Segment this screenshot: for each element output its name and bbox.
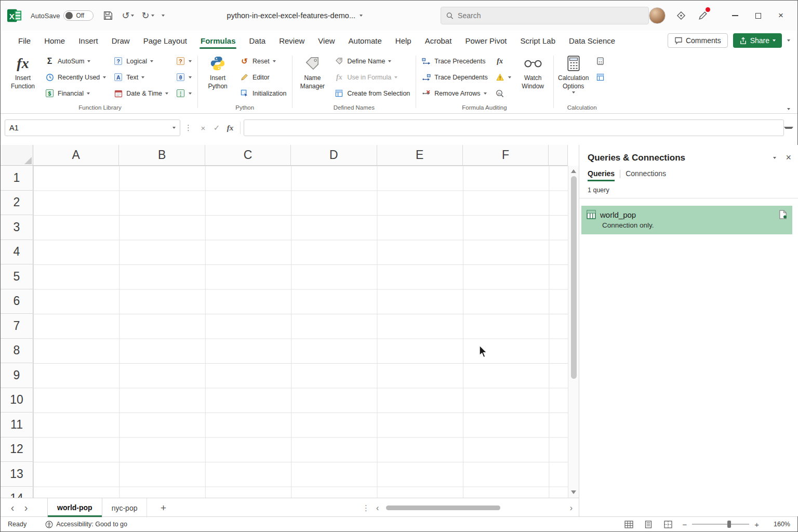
diamond-target-icon[interactable] <box>675 9 687 22</box>
row-header[interactable]: 3 <box>1 215 33 240</box>
trace-precedents-button[interactable]: Trace Precedents <box>419 53 490 69</box>
insert-function-small-button[interactable]: fx <box>223 121 237 135</box>
tab-acrobat[interactable]: Acrobat <box>419 33 458 48</box>
tab-view[interactable]: View <box>312 33 341 48</box>
trace-dependents-button[interactable]: Trace Dependents <box>419 69 490 85</box>
horizontal-scrollbar[interactable]: ‹ › <box>375 503 574 513</box>
row-header[interactable]: 12 <box>1 437 33 462</box>
scroll-right-icon[interactable]: › <box>569 503 574 513</box>
row-header[interactable]: 13 <box>1 462 33 487</box>
tab-power-pivot[interactable]: Power Pivot <box>459 33 513 48</box>
avatar[interactable] <box>649 7 666 24</box>
tab-page-layout[interactable]: Page Layout <box>137 33 193 48</box>
lookup-reference-button[interactable]: ? <box>173 53 194 69</box>
search-input[interactable] <box>458 11 643 20</box>
tab-data-science[interactable]: Data Science <box>563 33 621 48</box>
panel-tab-connections[interactable]: Connections <box>626 169 666 181</box>
zoom-slider[interactable] <box>692 524 749 525</box>
insert-python-button[interactable]: Insert Python <box>201 51 235 91</box>
tab-draw[interactable]: Draw <box>105 33 136 48</box>
row-header[interactable]: 8 <box>1 339 33 364</box>
autosave-toggle[interactable]: Off <box>63 10 94 21</box>
python-reset-button[interactable]: ↺ Reset <box>237 53 289 69</box>
zoom-level[interactable]: 160% <box>767 521 790 528</box>
row-header[interactable]: 5 <box>1 264 33 289</box>
calculate-now-button[interactable] <box>593 53 608 69</box>
text-button[interactable]: A Text <box>111 69 171 85</box>
row-header[interactable]: 9 <box>1 363 33 388</box>
row-header[interactable]: 2 <box>1 191 33 216</box>
autosum-button[interactable]: Σ AutoSum <box>42 53 109 69</box>
confirm-formula-button[interactable]: ✓ <box>210 121 223 135</box>
column-header-e[interactable]: E <box>377 145 463 166</box>
column-header-partial[interactable] <box>549 145 568 166</box>
row-header[interactable]: 10 <box>1 388 33 413</box>
zoom-slider-thumb[interactable] <box>727 521 731 528</box>
financial-button[interactable]: $ Financial <box>42 85 109 101</box>
search-box[interactable] <box>441 7 649 24</box>
more-functions-button[interactable]: ⋮ <box>173 85 194 101</box>
error-checking-button[interactable] <box>493 69 514 85</box>
sheet-tab-world-pop[interactable]: world-pop <box>47 498 102 517</box>
column-header-f[interactable]: F <box>463 145 549 166</box>
ribbon-display-options-button[interactable] <box>787 39 790 42</box>
expand-formula-bar-icon[interactable] <box>784 127 793 129</box>
scroll-up-icon[interactable] <box>571 169 576 173</box>
page-break-view-button[interactable] <box>662 519 674 529</box>
save-icon[interactable] <box>102 9 114 22</box>
normal-view-button[interactable] <box>623 519 634 529</box>
date-time-button[interactable]: Date & Time <box>111 85 171 101</box>
column-header-c[interactable]: C <box>205 145 291 166</box>
cancel-formula-button[interactable]: × <box>196 121 210 135</box>
python-editor-button[interactable]: Editor <box>237 69 289 85</box>
tab-script-lab[interactable]: Script Lab <box>514 33 562 48</box>
accessibility-status[interactable]: Accessibility: Good to go <box>45 521 127 528</box>
watch-window-button[interactable]: Watch Window <box>516 51 550 91</box>
redo-button[interactable]: ↻ <box>141 11 154 20</box>
tab-review[interactable]: Review <box>273 33 311 48</box>
grid-cells[interactable] <box>33 166 568 498</box>
panel-tab-queries[interactable]: Queries <box>588 169 615 181</box>
column-header-a[interactable]: A <box>33 145 119 166</box>
tab-automate[interactable]: Automate <box>342 33 388 48</box>
zoom-in-button[interactable]: + <box>754 520 759 529</box>
logical-button[interactable]: ? Logical <box>111 53 171 69</box>
customize-quick-access-button[interactable] <box>162 15 165 17</box>
tab-insert[interactable]: Insert <box>72 33 104 48</box>
horizontal-scroll-thumb[interactable] <box>386 506 500 510</box>
panel-chevron-down-icon[interactable] <box>773 157 776 159</box>
recently-used-button[interactable]: Recently Used <box>42 69 109 85</box>
share-button[interactable]: Share <box>733 33 782 48</box>
sheet-nav-next-icon[interactable]: › <box>19 502 33 514</box>
add-sheet-button[interactable]: + <box>154 502 172 514</box>
evaluate-formula-button[interactable]: fx <box>493 85 514 101</box>
document-title[interactable]: python-in-excel-excel-features-demo... <box>227 11 363 20</box>
tab-help[interactable]: Help <box>389 33 418 48</box>
minimize-button[interactable] <box>724 5 747 26</box>
autosave-control[interactable]: AutoSave Off <box>31 10 94 21</box>
show-formulas-button[interactable]: fx <box>493 53 514 69</box>
column-header-b[interactable]: B <box>119 145 205 166</box>
sheet-nav-prev-icon[interactable]: ‹ <box>6 502 19 514</box>
undo-button[interactable]: ↺ <box>122 11 134 20</box>
row-header[interactable]: 4 <box>1 240 33 265</box>
vertical-scroll-thumb[interactable] <box>571 176 577 379</box>
name-box[interactable]: A1 <box>5 119 180 136</box>
tab-data[interactable]: Data <box>243 33 272 48</box>
select-all-corner[interactable] <box>1 145 33 166</box>
pen-icon[interactable] <box>697 9 709 22</box>
insert-function-button[interactable]: fx Insert Function <box>6 51 40 91</box>
row-header[interactable]: 6 <box>1 289 33 314</box>
name-manager-button[interactable]: Name Manager <box>295 51 329 91</box>
collapse-ribbon-icon[interactable] <box>787 108 790 110</box>
remove-arrows-button[interactable]: Remove Arrows <box>419 85 490 101</box>
vertical-scrollbar[interactable] <box>568 166 579 498</box>
row-header[interactable]: 11 <box>1 413 33 437</box>
formula-bar-handle-icon[interactable]: ⋮ <box>180 123 196 132</box>
close-button[interactable]: × <box>769 5 792 26</box>
row-header[interactable]: 14 <box>1 487 33 498</box>
page-layout-view-button[interactable] <box>643 519 654 529</box>
scroll-left-icon[interactable]: ‹ <box>375 503 380 513</box>
scroll-down-icon[interactable] <box>571 490 576 494</box>
tab-file[interactable]: File <box>12 33 37 48</box>
